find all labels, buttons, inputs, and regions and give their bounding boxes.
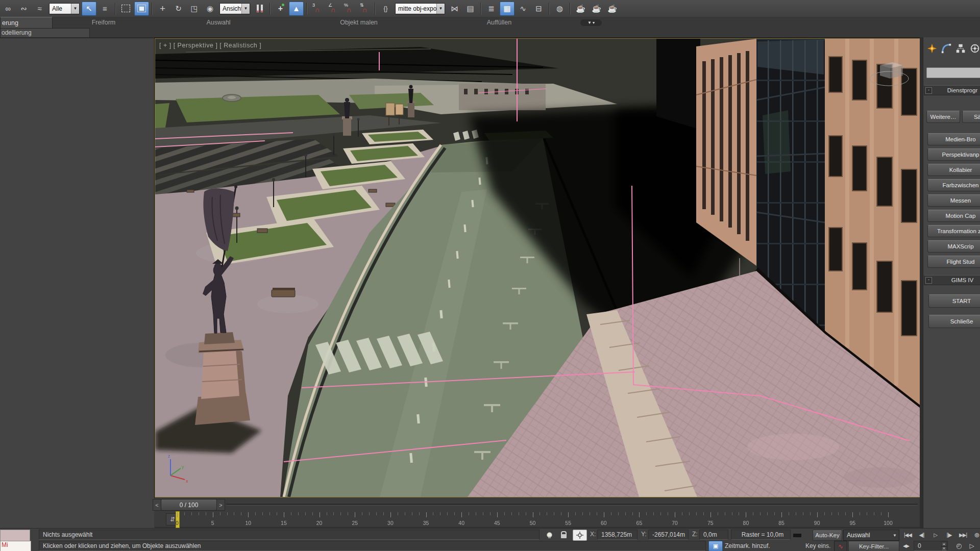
y-coordinate-field[interactable]: -2657,014m bbox=[648, 530, 689, 540]
maxscript-mini-listener-macro-row[interactable] bbox=[0, 530, 30, 541]
track-bar-ruler[interactable]: 0510152025303540455055606570758085909510… bbox=[155, 511, 920, 527]
time-slider-track[interactable] bbox=[226, 504, 918, 506]
window-crossing-toggle-icon[interactable] bbox=[134, 2, 149, 16]
current-frame-field[interactable]: 0 ▲▼ bbox=[914, 541, 948, 551]
set-key-button[interactable]: Key eins. bbox=[805, 542, 830, 549]
time-slider-prev-button[interactable]: < bbox=[153, 499, 161, 511]
keyboard-shortcut-override-icon[interactable]: ▲ bbox=[289, 2, 304, 16]
spinner-snap-toggle-icon[interactable]: ∩⇅ bbox=[357, 2, 372, 16]
adaptive-degradation-icon[interactable] bbox=[544, 530, 554, 539]
ribbon-tab-auffüllen[interactable]: Auffüllen bbox=[435, 17, 563, 28]
snap-toggle-3d-icon[interactable]: ∩3 bbox=[310, 2, 325, 16]
render-production-icon[interactable]: ☕ bbox=[605, 2, 620, 16]
schematic-view-icon[interactable]: ⊟ bbox=[531, 2, 546, 16]
key-mode-curve-icon[interactable]: ∿ bbox=[834, 541, 847, 551]
utility-button-perspektivanp[interactable]: Perspektivanp bbox=[927, 148, 980, 161]
absolute-offset-mode-icon[interactable] bbox=[573, 530, 587, 541]
time-slider-next-button[interactable]: > bbox=[216, 499, 225, 511]
pane-resize-handle[interactable] bbox=[793, 534, 801, 537]
select-and-link-icon[interactable]: ∞ bbox=[1, 2, 15, 16]
utility-button-messen[interactable]: Messen bbox=[927, 194, 980, 207]
edit-named-selection-sets-icon[interactable]: {} bbox=[378, 2, 393, 16]
reference-coordinate-system-dropdown[interactable]: Ansicht▼ bbox=[219, 3, 250, 14]
perspective-viewport[interactable]: x y z [ + ] [ Perspektive ] [ Realistisc… bbox=[155, 38, 921, 497]
use-pivot-point-center-icon[interactable] bbox=[252, 2, 267, 16]
ruler-tick bbox=[824, 512, 825, 515]
motion-tab[interactable] bbox=[968, 42, 980, 55]
select-by-name-icon[interactable]: ≡ bbox=[97, 2, 112, 16]
zoom-time-button[interactable]: ⊕ bbox=[970, 530, 980, 540]
utility-button-weitere[interactable]: Weitere… bbox=[926, 111, 960, 123]
go-to-end-button[interactable]: ▶▶| bbox=[957, 530, 969, 540]
chevron-down-icon: ▼ bbox=[436, 4, 445, 14]
select-object-icon[interactable]: ↖ bbox=[82, 2, 96, 16]
previous-frame-button[interactable]: ◀|| bbox=[915, 530, 928, 540]
angle-snap-toggle-icon[interactable]: ∩∠ bbox=[326, 2, 340, 16]
gims-rollout-header[interactable]: - GIMS IV bbox=[924, 275, 980, 285]
gims-button-schliee[interactable]: Schließe bbox=[928, 315, 980, 328]
auto-key-button[interactable]: Auto-Key bbox=[813, 530, 842, 541]
track-bar[interactable]: ⇵ 05101520253035404550556065707580859095… bbox=[155, 511, 920, 528]
time-slider-knob[interactable]: 0 / 100 bbox=[161, 499, 217, 511]
select-and-manipulate-icon[interactable]: + bbox=[273, 2, 288, 16]
create-tab[interactable] bbox=[925, 42, 938, 55]
x-coordinate-field[interactable]: 1358,725m bbox=[597, 530, 638, 540]
z-coordinate-field[interactable]: 0,0m bbox=[699, 530, 728, 540]
key-mode-dropdown[interactable]: Auswahl▼ bbox=[843, 530, 899, 541]
ribbon-panel-tab-modellierung[interactable]: odellierung bbox=[0, 28, 90, 37]
ribbon-tab-erung[interactable]: erung bbox=[0, 17, 53, 28]
named-selection-sets-dropdown[interactable]: mitte obj-export▼ bbox=[395, 3, 445, 14]
ribbon-tab-objekt-malen[interactable]: Objekt malen bbox=[282, 17, 435, 28]
ruler-label: 45 bbox=[494, 520, 500, 526]
utility-button-farbzwischen[interactable]: Farbzwischen bbox=[927, 179, 980, 191]
ribbon-overflow-button[interactable]: ▼ ▾ bbox=[580, 19, 602, 26]
play-button[interactable]: ▷ bbox=[929, 530, 942, 540]
utilities-rollout-header[interactable]: - Dienstprogr bbox=[924, 85, 980, 95]
mirror-icon[interactable]: ⋈ bbox=[447, 2, 462, 16]
utility-button-s[interactable]: Sä bbox=[962, 111, 980, 123]
toggle-ribbon-icon[interactable]: ▦ bbox=[500, 2, 514, 16]
select-and-place-icon[interactable]: ◉ bbox=[203, 2, 217, 16]
play-selected-icon[interactable]: ▷ bbox=[967, 541, 977, 550]
hierarchy-tab[interactable] bbox=[954, 42, 967, 55]
isolate-selection-icon[interactable]: ▣ bbox=[708, 541, 723, 551]
select-and-move-icon[interactable]: + bbox=[155, 2, 170, 16]
selection-lock-icon[interactable] bbox=[558, 530, 569, 539]
utility-button-maxscrip[interactable]: MAXScrip bbox=[927, 240, 980, 253]
unlink-selection-icon[interactable]: ∾ bbox=[16, 2, 31, 16]
key-step-toggle-icon[interactable]: ◀▶ bbox=[900, 541, 912, 550]
ribbon-tab-auswahl[interactable]: Auswahl bbox=[155, 17, 282, 28]
select-and-rotate-icon[interactable]: ↻ bbox=[171, 2, 186, 16]
rendered-frame-window-icon[interactable]: ☕ bbox=[589, 2, 604, 16]
go-to-start-button[interactable]: |◀◀ bbox=[901, 530, 914, 540]
utility-button-flight-stud[interactable]: Flight Stud bbox=[927, 256, 980, 268]
gims-button-start[interactable]: START bbox=[928, 294, 980, 308]
render-setup-icon[interactable]: ☕ bbox=[573, 2, 588, 16]
align-icon[interactable]: ▤ bbox=[463, 2, 478, 16]
ruler-label: 35 bbox=[423, 520, 429, 526]
utility-button-kollabier[interactable]: Kollabier bbox=[927, 164, 980, 176]
time-configuration-icon[interactable]: ◴ bbox=[953, 541, 965, 550]
rectangular-selection-region-icon[interactable] bbox=[118, 2, 133, 16]
frame-spinner[interactable]: ▲▼ bbox=[941, 542, 947, 550]
next-frame-button[interactable]: ||▶ bbox=[943, 530, 955, 540]
maxscript-mini-listener[interactable]: Mi bbox=[0, 541, 31, 551]
curve-editor-icon[interactable]: ∿ bbox=[516, 2, 530, 16]
utility-button-transformation-zu[interactable]: Transformation zu bbox=[927, 225, 980, 237]
utility-button-motion-cap[interactable]: Motion Cap bbox=[927, 210, 980, 222]
percent-snap-toggle-icon[interactable]: ∩% bbox=[341, 2, 356, 16]
manage-layers-icon[interactable]: ≣ bbox=[484, 2, 499, 16]
add-time-tag[interactable]: Zeitmark. hinzuf. bbox=[725, 542, 770, 549]
selection-filter-dropdown[interactable]: Alle▼ bbox=[49, 3, 80, 14]
utility-name-field[interactable] bbox=[926, 67, 980, 78]
modify-tab[interactable] bbox=[940, 42, 952, 55]
key-filter-button[interactable]: Key-Filter... bbox=[848, 541, 899, 551]
ruler-label: 95 bbox=[850, 520, 856, 526]
material-editor-icon[interactable]: ◍ bbox=[552, 2, 567, 16]
ruler-tick bbox=[874, 512, 874, 515]
ribbon-tab-freiform[interactable]: Freiform bbox=[53, 17, 155, 28]
utility-button-medien-bro[interactable]: Medien-Bro bbox=[927, 133, 980, 145]
bind-to-space-warp-icon[interactable]: ≈ bbox=[32, 2, 47, 16]
viewport-label[interactable]: [ + ] [ Perspektive ] [ Realistisch ] bbox=[159, 42, 261, 49]
select-and-scale-icon[interactable]: ◳ bbox=[187, 2, 202, 16]
